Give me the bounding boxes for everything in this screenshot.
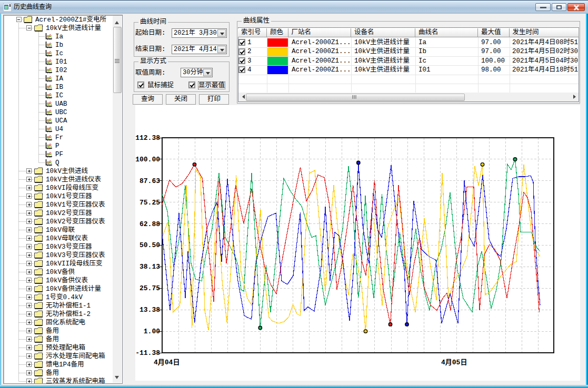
svg-text:1.00: 1.00 [144, 328, 160, 335]
svg-text:4月04日: 4月04日 [154, 359, 180, 366]
svg-text:62.88: 62.88 [139, 220, 160, 228]
svg-text:25.75: 25.75 [139, 284, 160, 292]
svg-text:75.25: 75.25 [139, 199, 160, 206]
svg-text:38.13: 38.13 [139, 263, 160, 270]
svg-text:50.50: 50.50 [139, 241, 160, 249]
svg-text:112.38: 112.38 [135, 134, 160, 141]
svg-text:87.63: 87.63 [139, 177, 160, 185]
svg-text:4月05日: 4月05日 [441, 359, 467, 366]
svg-text:13.38: 13.38 [139, 306, 160, 313]
svg-text:-11.38: -11.38 [135, 349, 160, 356]
svg-text:100.00: 100.00 [135, 156, 160, 163]
